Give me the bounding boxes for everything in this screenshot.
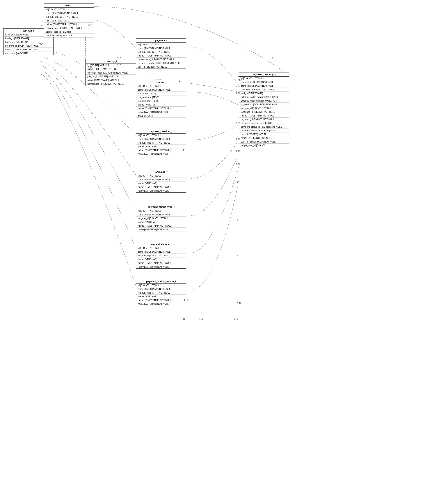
table-row: ctime [TIMESTAMP] NOT NULL [86, 67, 136, 71]
table-row: job_run_id [BIGINT] NOT NULL [44, 15, 94, 19]
table-row: namespace_id [BIGINT] NOT NULL [136, 58, 186, 61]
table-row: ctime [TIMESTAMP] NOT NULL [136, 137, 186, 141]
table-row: id [BIGINT] NOT NULL [44, 8, 94, 11]
table-row: username [VARCHAR] [3, 52, 54, 55]
table-row: job_run_id [BIGINT] NOT NULL [136, 50, 186, 54]
table-row: external_user_number [VARCHAR] [239, 99, 289, 103]
table-country_t: country_tid [BIGINT] NOT NULLctime [TIME… [136, 80, 186, 118]
table-row: lname [VARCHAR] [136, 295, 186, 298]
table-row: job_run_id [BIGINT] NOT NULL [136, 254, 186, 258]
table-row: id [BIGINT] NOT NULL [136, 284, 186, 287]
table-row: mtime [TIMESTAMP] NOT NULL [136, 107, 186, 110]
er-diagram: job_run_tid [BIGINT] NOT NULLfinish_ts [… [0, 0, 448, 495]
table-row: lname [VARCHAR] [136, 181, 186, 185]
table-row: iso_3char [TEXT] [136, 92, 186, 96]
relation-label: 0..N [199, 318, 203, 320]
table-row: mtime [TIMESTAMP] NOT NULL [239, 114, 289, 118]
table-row: user_id [BIGINT] NOT NULL [136, 65, 186, 69]
table-row: ctime [TIMESTAMP] NOT NULL [136, 287, 186, 291]
relation-label: 0..N [117, 64, 121, 66]
table-row: is_sandbox [BOOLEAN] NOT NULL [239, 103, 289, 106]
table-row: target_user_id [BIGINT] [239, 144, 289, 147]
relation-label: 0..N [236, 163, 240, 165]
table-title-user_t: user_t [44, 3, 94, 8]
relation-label: 0..N 0..N [238, 76, 247, 78]
table-row: ctime [TIMESTAMP] NOT NULL [136, 88, 186, 92]
relation-label: 1 [119, 49, 121, 52]
table-row: namespace_id [BIGINT] NOT NULL [44, 26, 94, 30]
table-row: id [BIGINT] NOT NULL [136, 246, 186, 250]
table-row: name [VARCHAR] NOT NULL [136, 189, 186, 192]
table-row: id [BIGINT] NOT NULL [136, 134, 186, 137]
table-row: mtime [TIMESTAMP] NOT NULL [136, 224, 186, 228]
relation-label: 1 [272, 56, 273, 59]
table-row: ctime [TIMESTAMP] NOT NULL [136, 250, 186, 254]
relation-label: 1 [237, 254, 238, 257]
relation-label: 0..N [234, 318, 238, 320]
table-row: job_run_id [BIGINT] NOT NULL [239, 106, 289, 110]
relation-label: {0,1} [182, 149, 187, 151]
table-row: uid [VARCHAR] NOT NULL [44, 34, 94, 37]
table-row: region_id [BIGINT] NOT NULL [239, 136, 289, 140]
table-row: sname [TEXT] [136, 114, 186, 118]
table-row: start_ts [TIMESTAMP] NOT NULL [239, 140, 289, 144]
table-row: payment_id [BIGINT] NOT NULL [239, 118, 289, 121]
table-row: mtime [TIMESTAMP] NOT NULL [136, 185, 186, 189]
table-title-currency_t: currency_t [86, 59, 136, 64]
table-row: currency_id [BIGINT] NOT NULL [239, 88, 289, 92]
table-row: mtime [TIMESTAMP] NOT NULL [136, 149, 186, 152]
relation-label: 0..N [236, 122, 240, 124]
table-row: payment_status_reason_id [BIGINT] [239, 129, 289, 132]
table-row: language_id [BIGINT] NOT NULL [239, 110, 289, 114]
table-row: id [BIGINT] NOT NULL [136, 84, 186, 88]
table-row: ctime [TIMESTAMP] NOT NULL [136, 213, 186, 217]
relation-label: 0..N [88, 66, 92, 69]
table-row: currency_code [VARCHAR] NOT NULL [86, 71, 136, 75]
relation-label: 0..N [237, 302, 241, 304]
table-row: lname [VARCHAR] [136, 258, 186, 261]
relation-label: 1 [179, 80, 180, 82]
table-row: external_order_number [VARCHAR] [239, 95, 289, 99]
relation-label: 0..N [117, 56, 121, 59]
table-row: iso_continent [TEXT] [136, 96, 186, 99]
table-row: parent_user_id [BIGINT] [44, 30, 94, 34]
table-row: payment_number [VARCHAR] NOT NULL [136, 61, 186, 65]
table-row: ctime [TIMESTAMP] NOT NULL [44, 11, 94, 15]
table-payment_status_type_t: payment_status_type_tid [BIGINT] NOT NUL… [136, 205, 186, 231]
table-user_t: user_tid [BIGINT] NOT NULLctime [TIMESTA… [44, 3, 94, 37]
table-currency_t: currency_tid [BIGINT] NOT NULLctime [TIM… [86, 59, 136, 86]
table-payment_channel_t: payment_channel_tid [BIGINT] NOT NULLcti… [136, 242, 186, 269]
table-row: name [VARCHAR] NOT NULL [136, 265, 186, 268]
relation-label: {0,1} [184, 299, 189, 301]
table-row: program_id [BIGINT] NOT NULL [3, 44, 54, 48]
table-row: payment_status_id [BIGINT] NOT NULL [239, 125, 289, 129]
table-row: min_event_date [DATE] [44, 19, 94, 23]
relation-label: 0..N [236, 92, 240, 94]
table-payment_property_t: payment_property_tid [BIGINT] NOT NULLch… [239, 72, 289, 147]
table-row: job_run_id [BIGINT] NOT NULL [86, 75, 136, 78]
table-title-language_t: language_t [136, 170, 186, 174]
table-title-payment_provider_t: payment_provider_t [136, 129, 186, 134]
relation-label: 0..N [238, 79, 242, 81]
table-title-payment_status_reason_t: payment_status_reason_t [136, 279, 186, 284]
table-row: ctime [TIMESTAMP] NOT NULL [239, 84, 289, 88]
table-payment_provider_t: payment_provider_tid [BIGINT] NOT NULLct… [136, 129, 186, 156]
table-payment_status_reason_t: payment_status_reason_tid [BIGINT] NOT N… [136, 279, 186, 306]
table-row: id [BIGINT] NOT NULL [136, 43, 186, 46]
relation-label: 0..N [236, 85, 240, 88]
table-row: mtime [TIMESTAMP] NOT NULL [136, 298, 186, 302]
table-row: name [VARCHAR] NOT NULL [136, 302, 186, 306]
table-row: channel_id [BIGINT] NOT NULL [239, 80, 289, 84]
table-row: id [BIGINT] NOT NULL [136, 174, 186, 178]
table-row: iso_number [TEXT] [136, 99, 186, 103]
table-row: end_ts [TIMESTAMP] [239, 92, 289, 95]
relation-label: 1 [237, 181, 238, 183]
table-row: job_run_id [BIGINT] NOT NULL [136, 291, 186, 295]
table-row: payment_provider_id [BIGINT] [239, 121, 289, 125]
relation-label: 1 [237, 219, 238, 221]
table-title-payment_status_type_t: payment_status_type_t [136, 205, 186, 209]
table-row: mtime [TIMESTAMP] NOT NULL [136, 261, 186, 265]
relation-label: 0..N [40, 43, 43, 45]
relation-label: 0..N [236, 150, 240, 152]
table-row: mtime [TIMESTAMP] NOT NULL [44, 23, 94, 26]
